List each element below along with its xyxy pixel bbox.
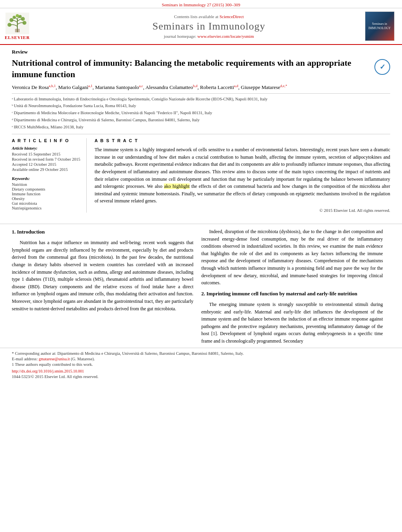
body-columns: 1. Introduction Nutrition has a major in… <box>0 228 402 348</box>
keywords-title: Keywords: <box>12 176 81 181</box>
journal-citation-text: Seminars in Immunology 27 (2015) 300–309 <box>162 2 240 7</box>
contents-available: Contents lists available at ScienceDirec… <box>56 14 362 19</box>
issn-line: 1044-5323/© 2015 Elsevier Ltd. All right… <box>12 374 390 379</box>
history-item: Available online 29 October 2015 <box>12 167 81 172</box>
footnote-1: 1 These authors equally contributed to t… <box>12 362 390 367</box>
keyword-item: Immune function <box>12 192 81 196</box>
affil-sup: d <box>12 117 13 123</box>
intro-paragraph: Nutrition has a major influence on immun… <box>12 239 194 312</box>
article-title: Nutritional control of immunity: Balanci… <box>12 57 370 80</box>
abstract-header: A B S T R A C T <box>95 138 390 143</box>
affiliation-item: bUnità di NeuroImmunologia, Fondazione S… <box>12 103 390 109</box>
highlight-ako: ako highlight <box>164 184 190 189</box>
keyword-item: Nutriepigenomics <box>12 206 81 210</box>
doi-link[interactable]: http://dx.doi.org/10.1016/j.smim.2015.10… <box>12 369 84 373</box>
journal-cover: Seminars in IMMUNOLOGY <box>362 11 397 41</box>
affil-sup: e <box>12 124 13 130</box>
corresponding-footnote: * Corresponding author at: Dipartimento … <box>12 351 390 356</box>
sciencedirect-link[interactable]: ScienceDirect <box>220 14 244 19</box>
article-history: Article history: Received 15 September 2… <box>12 146 81 172</box>
article-content: Review Nutritional control of immunity: … <box>0 45 402 221</box>
doi-line: http://dx.doi.org/10.1016/j.smim.2015.10… <box>12 369 390 373</box>
elsevier-tree-icon <box>6 13 29 34</box>
footnotes-section: * Corresponding author at: Dipartimento … <box>0 348 402 383</box>
article-title-row: Nutritional control of immunity: Balanci… <box>12 57 390 80</box>
affil-text: Unità di NeuroImmunologia, Fondazione Sa… <box>14 103 136 109</box>
svg-point-1 <box>7 23 11 27</box>
crossmark-logo[interactable]: ✓ <box>374 59 390 75</box>
keywords-list: NutritionDietary componentsImmune functi… <box>12 182 81 210</box>
abstract-column: A B S T R A C T The immune system is a h… <box>95 138 390 213</box>
content-divider <box>0 224 402 224</box>
homepage-link[interactable]: www.elsevier.com/locate/ysmim <box>197 34 254 39</box>
corresponding-text: * Corresponding author at: Dipartimento … <box>12 351 244 356</box>
article-type-label: Review <box>12 49 390 55</box>
affiliation-item: cDipartimento di Medicina Molecolare e B… <box>12 110 390 116</box>
keyword-item: Gut microbiota <box>12 201 81 206</box>
svg-point-5 <box>13 16 16 19</box>
email-name: (G. Matarese). <box>71 357 95 361</box>
journal-citation-banner: Seminars in Immunology 27 (2015) 300–309 <box>0 0 402 8</box>
page-wrapper: Seminars in Immunology 27 (2015) 300–309 <box>0 0 402 383</box>
email-link[interactable]: gmatarese@unisa.it <box>39 357 70 361</box>
svg-point-6 <box>19 15 22 18</box>
journal-main-title: Seminars in Immunology <box>56 20 362 32</box>
section2-paragraph: The emerging immune system is strongly s… <box>201 301 383 345</box>
affiliation-item: aLaboratorio di Immunologia, Istituto di… <box>12 96 390 102</box>
affil-sup: c <box>12 110 13 116</box>
affiliations-list: aLaboratorio di Immunologia, Istituto di… <box>12 96 390 130</box>
email-footnote: E-mail address: gmatarese@unisa.it (G. M… <box>12 357 390 361</box>
journal-cover-image: Seminars in IMMUNOLOGY <box>365 11 395 41</box>
elsevier-logo: ELSEVIER <box>5 13 30 40</box>
right-intro-paragraph: Indeed, disruption of the microbiota (dy… <box>201 228 383 287</box>
svg-point-3 <box>9 18 13 22</box>
copyright-line: © 2015 Elsevier Ltd. All rights reserved… <box>95 208 390 213</box>
affiliation-item: eIRCCS MultiMedica, Milano 20138, Italy <box>12 124 390 130</box>
email-label: E-mail address: <box>12 357 38 361</box>
keyword-item: Nutrition <box>12 182 81 187</box>
authors-line: Veronica De Rosaa,b,1, Mario Galganìa,1,… <box>12 84 390 91</box>
svg-point-2 <box>22 21 26 25</box>
svg-point-7 <box>16 14 19 17</box>
journal-title-center: Contents lists available at ScienceDirec… <box>56 14 362 39</box>
journal-header: ELSEVIER Contents lists available at Sci… <box>0 8 402 45</box>
elsevier-branding: ELSEVIER <box>5 13 56 40</box>
keyword-item: Dietary components <box>12 187 81 191</box>
affiliation-item: dDipartimento di Medicina e Chirurgia, U… <box>12 117 390 123</box>
history-items-list: Received 15 September 2015Received in re… <box>12 152 81 172</box>
keyword-item: Obesity <box>12 196 81 201</box>
section2-heading: 2. Imprinting immune cell function by ma… <box>201 290 383 298</box>
keywords-section: Keywords: NutritionDietary componentsImm… <box>12 176 81 210</box>
journal-homepage: journal homepage: www.elsevier.com/locat… <box>56 34 362 39</box>
affil-sup: b <box>12 103 13 109</box>
intro-heading: 1. Introduction <box>12 228 194 236</box>
affil-text: Dipartimento di Medicina e Chirurgia, Un… <box>14 117 199 123</box>
affil-text: IRCCS MultiMedica, Milano 20138, Italy <box>14 124 84 130</box>
and-text: and <box>326 265 332 271</box>
article-info-column: A R T I C L E I N F O Article history: R… <box>12 138 87 213</box>
cover-text: Seminars in IMMUNOLOGY <box>367 22 393 30</box>
affil-text: Dipartimento di Medicina Molecolare e Bi… <box>14 110 212 116</box>
history-title: Article history: <box>12 146 81 150</box>
info-abstract-section: A R T I C L E I N F O Article history: R… <box>12 134 390 213</box>
right-body-column: Indeed, disruption of the microbiota (dy… <box>201 228 383 348</box>
history-item: Received in revised form 7 October 2015 <box>12 157 81 161</box>
history-item: Accepted 12 October 2015 <box>12 162 81 167</box>
left-body-column: 1. Introduction Nutrition has a major in… <box>12 228 194 348</box>
affil-sup: a <box>12 96 13 102</box>
affiliations-section: aLaboratorio di Immunologia, Istituto di… <box>12 93 390 130</box>
article-info-header: A R T I C L E I N F O <box>12 138 81 143</box>
affil-text: Laboratorio di Immunologia, Istituto di … <box>14 96 268 102</box>
svg-point-4 <box>21 17 25 21</box>
elsevier-label: ELSEVIER <box>5 35 30 40</box>
history-item: Received 15 September 2015 <box>12 152 81 156</box>
abstract-text: The immune system is a highly integrated… <box>95 146 390 205</box>
